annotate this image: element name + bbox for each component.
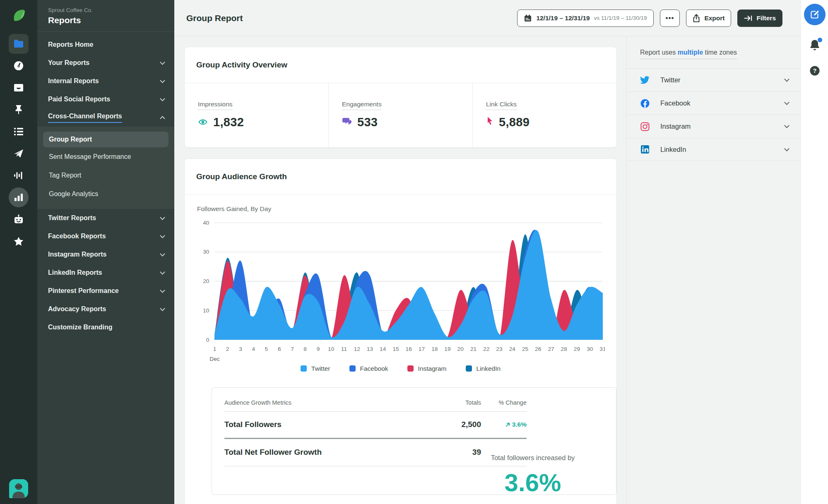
sidebar-item-group-report[interactable]: Group Report (43, 132, 168, 147)
linkedin-icon (640, 144, 650, 154)
pin-nav-button[interactable] (9, 100, 29, 120)
sidebar-item-tag-report[interactable]: Tag Report (43, 166, 142, 185)
sprout-leaf-logo[interactable] (9, 6, 28, 25)
feeds-nav-button[interactable] (9, 122, 29, 142)
sidebar-item-instagram-reports[interactable]: Instagram Reports (37, 245, 174, 264)
question-mark-icon: ? (809, 65, 820, 76)
chevron-down-icon (160, 251, 165, 257)
timezone-note: Report uses multiple time zones (640, 49, 737, 59)
favorites-nav-button[interactable] (9, 231, 29, 251)
instagram-swatch (407, 365, 414, 372)
sidebar-item-google-analytics[interactable]: Google Analytics (43, 185, 142, 203)
legend-item-facebook[interactable]: Facebook (349, 365, 388, 372)
legend-item-linkedin[interactable]: LinkedIn (466, 365, 501, 372)
eye-icon (198, 115, 208, 129)
metric-value: 1,832 (198, 115, 328, 129)
svg-text:11: 11 (341, 346, 347, 352)
sidebar-item-pinterest-performance[interactable]: Pinterest Performance (37, 282, 174, 300)
sidebar-item-paid-social-reports[interactable]: Paid Social Reports (37, 90, 174, 108)
sidebar-item-facebook-reports[interactable]: Facebook Reports (37, 227, 174, 245)
notifications-button[interactable] (809, 39, 821, 53)
svg-text:12: 12 (354, 346, 360, 352)
app-icon-rail (0, 0, 37, 504)
multiple-timezones-link[interactable]: multiple (678, 49, 703, 56)
overview-metrics: Impressions 1,832 Engagements 533 Link C… (185, 83, 616, 147)
pin-icon (14, 104, 23, 115)
sidebar-item-reports-home[interactable]: Reports Home (37, 36, 174, 54)
user-avatar[interactable] (9, 479, 28, 498)
growth-card-title: Group Audience Growth (185, 159, 616, 195)
inbox-nav-button[interactable] (9, 78, 29, 98)
export-button[interactable]: Export (686, 10, 731, 27)
help-button[interactable]: ? (809, 65, 820, 78)
sidebar-item-reports-folder[interactable] (9, 34, 29, 54)
gauge-nav-button[interactable] (9, 56, 29, 76)
area-chart-svg: 0102030401234567891011121314151617181920… (197, 215, 605, 362)
ellipsis-icon: ••• (666, 14, 674, 22)
network-row-instagram[interactable]: Instagram (627, 115, 801, 138)
network-rows: Twitter Facebook Instagram LinkedIn (627, 68, 801, 161)
network-row-linkedin[interactable]: LinkedIn (627, 138, 801, 161)
network-row-facebook[interactable]: Facebook (627, 91, 801, 115)
svg-text:22: 22 (483, 346, 489, 352)
chevron-down-icon (160, 269, 165, 275)
filters-button[interactable]: Filters (737, 10, 782, 27)
network-row-twitter[interactable]: Twitter (627, 68, 801, 91)
more-options-button[interactable]: ••• (660, 10, 680, 27)
svg-text:25: 25 (522, 346, 528, 352)
sidebar-item-internal-reports[interactable]: Internal Reports (37, 72, 174, 90)
sidebar-item-customize-branding[interactable]: Customize Branding (37, 318, 174, 336)
bar-chart-icon (14, 193, 24, 202)
network-filter-panel: Report uses multiple time zones Twitter … (626, 37, 801, 504)
svg-text:23: 23 (496, 346, 502, 352)
svg-text:8: 8 (303, 346, 307, 352)
metric-link-clicks: Link Clicks 5,889 (472, 83, 616, 147)
folder-icon (14, 40, 23, 48)
group-audience-growth-card: Group Audience Growth Followers Gained, … (184, 158, 617, 504)
svg-text:20: 20 (203, 278, 209, 284)
sidebar-item-cross-channel-reports[interactable]: Cross-Channel Reports (37, 108, 174, 127)
page-title: Group Report (186, 13, 243, 23)
svg-text:27: 27 (548, 346, 554, 352)
chevron-down-icon (160, 233, 165, 238)
chevron-down-icon (160, 215, 165, 220)
series-twitter (214, 230, 603, 340)
svg-text:17: 17 (419, 346, 425, 352)
robot-icon (13, 214, 24, 225)
company-name: Sprout Coffee Co. (48, 7, 174, 13)
date-range-button[interactable]: 12/1/19 – 12/31/19 vs 11/1/19 – 11/30/19 (517, 10, 653, 27)
automation-nav-button[interactable] (9, 209, 29, 229)
twitter-icon (640, 75, 650, 85)
notification-dot (818, 38, 822, 42)
metric-engagements: Engagements 533 (328, 83, 472, 147)
utility-rail: ? (801, 0, 828, 504)
legend-item-instagram[interactable]: Instagram (407, 365, 447, 372)
date-compare-value: vs 11/1/19 – 11/30/19 (594, 15, 647, 21)
metric-impressions: Impressions 1,832 (185, 83, 328, 147)
reports-nav-button[interactable] (9, 187, 29, 207)
sidebar-item-twitter-reports[interactable]: Twitter Reports (37, 209, 174, 227)
twitter-swatch (301, 365, 307, 372)
facebook-swatch (349, 365, 356, 372)
list-icon (13, 127, 24, 136)
legend-item-twitter[interactable]: Twitter (301, 365, 330, 372)
svg-text:14: 14 (380, 346, 386, 352)
svg-text:28: 28 (561, 346, 567, 352)
svg-text:24: 24 (509, 346, 516, 352)
listening-nav-button[interactable] (9, 166, 29, 185)
compose-button[interactable] (804, 4, 826, 25)
chevron-down-icon (160, 60, 165, 65)
cross-channel-subpanel: Group Report Sent Message Performance Ta… (37, 127, 174, 209)
publishing-nav-button[interactable] (9, 144, 29, 163)
sidebar-item-linkedin-reports[interactable]: LinkedIn Reports (37, 264, 174, 282)
svg-text:3: 3 (239, 346, 242, 352)
calendar-icon (524, 14, 532, 22)
chevron-down-icon (160, 78, 165, 83)
sidebar-item-sent-message-performance[interactable]: Sent Message Performance (43, 147, 142, 166)
sidebar-item-your-reports[interactable]: Your Reports (37, 54, 174, 72)
svg-text:40: 40 (203, 220, 209, 226)
chevron-down-icon (784, 100, 789, 105)
svg-text:30: 30 (587, 346, 593, 352)
sidebar-item-advocacy-reports[interactable]: Advocacy Reports (37, 300, 174, 318)
chart-legend: Twitter Facebook Instagram LinkedIn (197, 365, 604, 372)
